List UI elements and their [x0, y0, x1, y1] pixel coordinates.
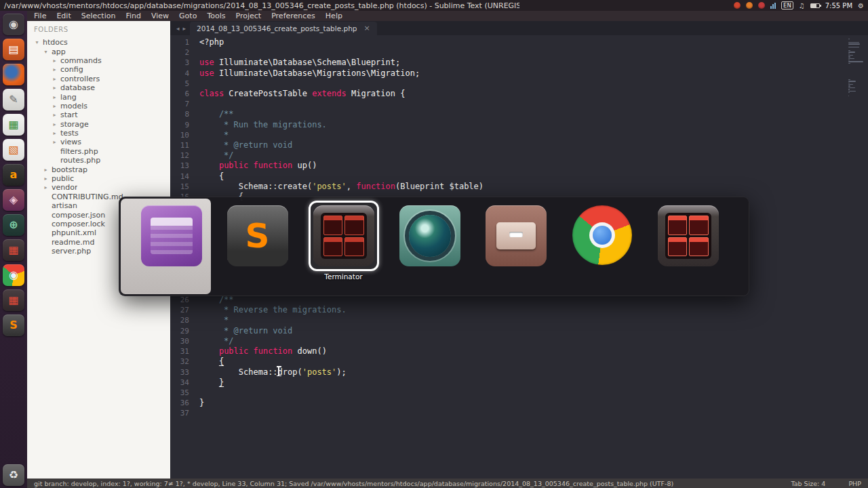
switcher-app-terminator[interactable]: Terminator — [300, 201, 387, 281]
switcher-app-sublime-text[interactable]: S — [214, 201, 300, 281]
menu-help[interactable]: Help — [326, 12, 342, 20]
sidebar-item-lang[interactable]: ▸lang — [27, 92, 170, 101]
battery-icon[interactable] — [810, 3, 820, 8]
purple-window-app-icon — [141, 205, 202, 266]
terminator-icon[interactable]: ▦ — [3, 239, 24, 261]
sidebar-item-public[interactable]: ▸public — [27, 174, 170, 183]
code-line[interactable]: 15 Schema::create('posts', function(Blue… — [170, 182, 868, 192]
code-line[interactable]: 11 * @return void — [170, 140, 868, 150]
tab-scroll-right-icon[interactable]: ▸ — [183, 25, 186, 32]
switcher-app-terminator-2[interactable] — [645, 201, 731, 281]
minimap[interactable] — [848, 39, 865, 98]
chrome-icon[interactable]: ◉ — [3, 264, 24, 286]
menu-edit[interactable]: Edit — [56, 12, 71, 20]
code-line[interactable]: 8 /** — [170, 109, 868, 119]
sublime-text-icon[interactable]: S — [3, 314, 24, 336]
code-line[interactable]: 28 * — [170, 315, 868, 325]
code-line[interactable]: 32 { — [170, 357, 868, 367]
terminator-icon-2[interactable]: ▦ — [3, 289, 24, 311]
software-center-icon[interactable]: ◈ — [3, 189, 24, 211]
sidebar-item-vendor[interactable]: ▸vendor — [27, 183, 170, 192]
code-line[interactable]: 35 — [170, 388, 868, 398]
switcher-app-chrome[interactable] — [559, 201, 645, 280]
switcher-app-archiver[interactable] — [473, 201, 559, 281]
line-number: 27 — [170, 305, 189, 315]
menu-preferences[interactable]: Preferences — [271, 12, 315, 20]
switcher-app-kazam[interactable] — [387, 201, 473, 281]
trash-icon[interactable]: ♻ — [3, 464, 24, 486]
code-line[interactable]: 27 * Reverse the migrations. — [170, 305, 868, 315]
indicator-orange-icon[interactable] — [746, 2, 753, 9]
tab-scroll-left-icon[interactable]: ◂ — [176, 25, 180, 32]
code-line[interactable]: 7 — [170, 99, 868, 109]
menu-goto[interactable]: Goto — [179, 12, 197, 20]
keyboard-layout-indicator[interactable]: EN — [781, 1, 793, 9]
code-line[interactable]: 36} — [170, 398, 868, 408]
folder-arrow-icon: ▸ — [43, 176, 49, 182]
sidebar-item-models[interactable]: ▸models — [27, 102, 170, 110]
sidebar-item-label: config — [60, 65, 83, 74]
sidebar-item-database[interactable]: ▸database — [27, 83, 170, 92]
menu-view[interactable]: View — [151, 12, 169, 20]
sidebar-item-routes-php[interactable]: routes.php — [27, 156, 170, 165]
session-gear-icon[interactable]: ⚙ — [858, 2, 864, 9]
sidebar-item-controllers[interactable]: ▸controllers — [27, 75, 170, 83]
sidebar-item-commands[interactable]: ▸commands — [27, 56, 170, 65]
clock[interactable]: 7:55 PM — [825, 2, 852, 9]
system-monitor-icon[interactable] — [770, 3, 776, 9]
menu-find[interactable]: Find — [125, 12, 141, 20]
sidebar-item-storage[interactable]: ▸storage — [27, 120, 170, 129]
code-line[interactable]: 29 * @return void — [170, 326, 868, 336]
indicator-red-icon[interactable] — [734, 2, 741, 9]
tab-scroll-arrows[interactable]: ◂ ▸ — [172, 25, 190, 32]
code-line[interactable]: 6class CreatePostsTable extends Migratio… — [170, 89, 868, 99]
sidebar-item-config[interactable]: ▸config — [27, 65, 170, 74]
code-line[interactable]: 26 /** — [170, 295, 868, 305]
sound-icon[interactable]: ♫ — [799, 2, 805, 9]
code-line[interactable]: 5 — [170, 79, 868, 89]
menu-tools[interactable]: Tools — [207, 12, 225, 20]
dash-home-icon[interactable]: ◉ — [3, 14, 24, 35]
code-line[interactable]: 37 — [170, 408, 868, 418]
code-line[interactable]: 1<?php — [170, 37, 868, 47]
menu-selection[interactable]: Selection — [81, 12, 116, 20]
firefox-icon[interactable] — [3, 64, 24, 85]
code-line[interactable]: 34 } — [170, 378, 868, 388]
files-icon[interactable]: ▤ — [3, 39, 24, 60]
code-line[interactable]: 3use Illuminate\Database\Schema\Blueprin… — [170, 58, 868, 68]
code-line[interactable]: 33 Schema::drop('posts'); — [170, 367, 868, 378]
code-line[interactable]: 14 { — [170, 171, 868, 182]
sidebar-item-filters-php[interactable]: filters.php — [27, 147, 170, 156]
code-line[interactable]: 10 * — [170, 130, 868, 140]
camera-lens-app-icon — [399, 205, 460, 266]
code-line[interactable]: 13 public function up() — [170, 161, 868, 171]
sidebar-item-htdocs[interactable]: ▾htdocs — [27, 38, 170, 47]
code-line[interactable]: 12 */ — [170, 150, 868, 161]
code-line[interactable]: 9 * Run the migrations. — [170, 120, 868, 130]
syntax-indicator[interactable]: PHP — [848, 480, 861, 487]
globe-icon[interactable]: ⊕ — [3, 214, 24, 236]
code-line[interactable]: 4use Illuminate\Database\Migrations\Migr… — [170, 68, 868, 79]
sidebar-item-bootstrap[interactable]: ▸bootstrap — [27, 165, 170, 174]
code-line[interactable]: 30 */ — [170, 336, 868, 346]
sidebar-item-tests[interactable]: ▸tests — [27, 129, 170, 138]
tab-close-icon[interactable]: × — [363, 24, 370, 33]
terminator-icon-2-glyph: ▦ — [8, 295, 18, 306]
tab-create-posts-table[interactable]: 2014_08_13_005346_create_posts_table.php… — [190, 22, 377, 35]
gedit-icon[interactable]: ✎ — [3, 89, 24, 110]
sidebar-item-views[interactable]: ▸views — [27, 138, 170, 146]
indicator-dnd-icon[interactable] — [758, 2, 765, 9]
tab-size-indicator[interactable]: Tab Size: 4 — [791, 480, 826, 487]
folder-arrow-icon: ▸ — [52, 121, 58, 127]
sidebar-item-start[interactable]: ▸start — [27, 110, 170, 119]
menu-file[interactable]: File — [34, 12, 46, 20]
libreoffice-calc-icon[interactable]: ▦ — [3, 114, 24, 136]
sidebar-item-app[interactable]: ▾app — [27, 47, 170, 56]
amazon-icon[interactable]: a — [3, 164, 24, 186]
code-line[interactable]: 31 public function down() — [170, 346, 868, 357]
libreoffice-impress-icon[interactable]: ▧ — [3, 139, 24, 161]
menu-project[interactable]: Project — [236, 12, 262, 20]
switcher-app-purple-window[interactable] — [128, 201, 214, 281]
code-line[interactable]: 2 — [170, 47, 868, 58]
line-number: 10 — [170, 130, 189, 140]
